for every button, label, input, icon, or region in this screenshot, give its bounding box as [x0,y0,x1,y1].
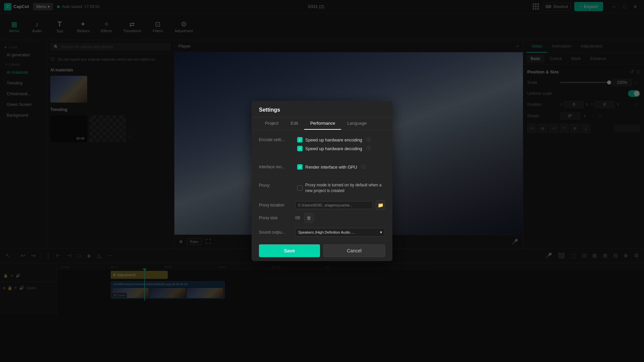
sound-output-row: Sound outpu... Speakers (High Definition… [259,228,385,237]
settings-overlay: Settings Project Edit Performance Langua… [0,0,644,362]
hw-decoding-checkbox[interactable]: ✓ [297,146,303,151]
hw-decoding-info-icon[interactable]: ⓘ [366,145,371,152]
proxy-delete-button[interactable]: 🗑 [304,213,314,223]
proxy-folder-button[interactable]: 📁 [376,200,385,210]
save-button[interactable]: Save [259,244,320,257]
hw-encoding-checkbox[interactable]: ✓ [297,137,303,142]
gpu-render-check-icon: ✓ [299,165,302,169]
modal-tabs: Project Edit Performance Language [252,117,392,130]
modal-body: Encode setti... ✓ Speed up hardware enco… [252,130,392,200]
hw-decoding-row: ✓ Speed up hardware decoding ⓘ [297,145,385,152]
gpu-render-info-icon[interactable]: ⓘ [361,164,366,170]
gpu-render-row: ✓ Render interface with GPU ⓘ [297,164,385,170]
folder-icon: 📁 [378,202,383,208]
proxy-size-row: Proxy size 0B 🗑 [259,213,385,223]
encode-section: Encode setti... ✓ Speed up hardware enco… [259,137,385,158]
hw-encoding-check-icon: ✓ [299,138,302,142]
proxy-label: Proxy: [259,182,292,188]
modal-tab-edit[interactable]: Edit [284,117,304,130]
proxy-location-label: Proxy location [259,203,292,207]
gpu-render-label: Render interface with GPU [305,165,357,170]
proxy-mode-row: Proxy mode is turned on by default when … [297,182,385,194]
sound-select-chevron-icon: ▾ [380,230,382,235]
hw-decoding-label: Speed up hardware decoding [305,146,362,151]
proxy-location-input[interactable]: C:\Users\9230...e\agencycache... [295,201,373,209]
encode-label: Encode setti... [259,137,292,142]
modal-header: Settings [252,101,392,117]
hw-encoding-row: ✓ Speed up hardware encoding ⓘ [297,137,385,143]
proxy-fields: Proxy location C:\Users\9230...e\agencyc… [252,200,392,240]
proxy-section: Proxy: Proxy mode is turned on by defaul… [259,182,385,194]
sound-output-label: Sound outpu... [259,230,292,235]
delete-icon: 🗑 [307,215,311,221]
modal-footer: Save Cancel [252,240,392,261]
modal-tab-language[interactable]: Language [341,117,373,130]
cancel-button[interactable]: Cancel [323,244,385,257]
proxy-content: Proxy mode is turned on by default when … [297,182,385,194]
interface-render-label: Interface ren... [259,164,292,169]
proxy-location-row: Proxy location C:\Users\9230...e\agencyc… [259,200,385,210]
sound-output-select[interactable]: Speakers (High Definition Audio ... ▾ [295,228,385,237]
modal-tab-project[interactable]: Project [259,117,284,130]
proxy-size-label: Proxy size [259,216,292,220]
modal-tab-performance[interactable]: Performance [304,117,341,130]
proxy-desc: Proxy mode is turned on by default when … [305,182,385,194]
settings-modal: Settings Project Edit Performance Langua… [252,101,392,261]
proxy-size-value: 0B [295,216,300,220]
gpu-render-checkbox[interactable]: ✓ [297,164,303,170]
interface-render-content: ✓ Render interface with GPU ⓘ [297,164,385,170]
hw-encoding-info-icon[interactable]: ⓘ [366,137,371,143]
hw-decoding-check-icon: ✓ [299,146,302,151]
hw-encoding-label: Speed up hardware encoding [305,137,362,142]
encode-content: ✓ Speed up hardware encoding ⓘ ✓ Speed u… [297,137,385,152]
modal-title: Settings [259,107,280,113]
proxy-checkbox[interactable] [297,185,303,191]
interface-render-section: Interface ren... ✓ Render interface with… [259,164,385,176]
